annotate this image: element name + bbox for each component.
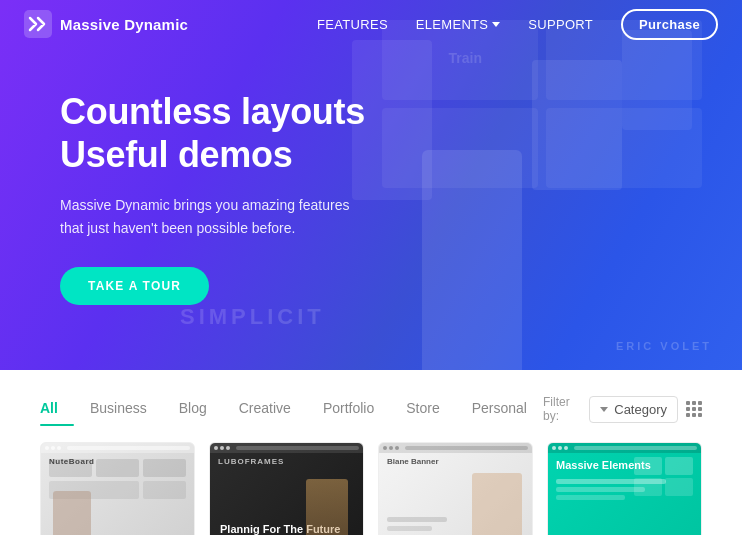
grid-view-icon[interactable]: [686, 401, 702, 417]
take-tour-button[interactable]: TAKE A TOUR: [60, 267, 209, 305]
navbar: Massive Dynamic FEATURES ELEMENTS SUPPOR…: [0, 0, 742, 48]
demo-card-3[interactable]: Blane Banner: [378, 442, 533, 535]
hero-content: Countless layouts Useful demos Massive D…: [60, 90, 365, 305]
category-label: Category: [614, 402, 667, 417]
demo-card-4[interactable]: Massive Elements: [547, 442, 702, 535]
tab-blog[interactable]: Blog: [163, 392, 223, 426]
elements-dropdown-arrow: [492, 22, 500, 27]
demo-card-2[interactable]: LUBOFRAMES Plannig For The Future: [209, 442, 364, 535]
demo-cards-section: NuteBoard LUBOFRAMES Plannig For The Fut…: [0, 426, 742, 535]
tab-business[interactable]: Business: [74, 392, 163, 426]
card-chrome-4: [548, 443, 701, 453]
card1-person-figure: [53, 491, 91, 535]
tab-store[interactable]: Store: [390, 392, 455, 426]
tab-portfolio[interactable]: Portfolio: [307, 392, 390, 426]
tab-personal[interactable]: Personal: [456, 392, 543, 426]
card2-brand: LUBOFRAMES: [218, 457, 284, 466]
card-chrome-2: [210, 443, 363, 453]
card3-lines: [387, 517, 447, 531]
tab-all[interactable]: All: [40, 392, 74, 426]
tab-creative[interactable]: Creative: [223, 392, 307, 426]
purchase-button[interactable]: Purchase: [621, 9, 718, 40]
card-chrome-1: [41, 443, 194, 453]
category-dropdown[interactable]: Category: [589, 396, 678, 423]
filter-tabs: All Business Blog Creative Portfolio Sto…: [40, 392, 702, 426]
filter-section: All Business Blog Creative Portfolio Sto…: [0, 370, 742, 426]
card4-grid: [634, 457, 693, 496]
brand-name: Massive Dynamic: [60, 16, 188, 33]
svg-rect-0: [24, 10, 52, 38]
background-person: [422, 150, 522, 370]
watermark-train: Train: [449, 50, 482, 66]
filter-right: Filter by: Category: [543, 395, 702, 423]
nav-links: FEATURES ELEMENTS SUPPORT Purchase: [317, 9, 718, 40]
nav-features[interactable]: FEATURES: [317, 17, 388, 32]
hero-section: SIMPLICIT ERIC VOLET Train Massive Dynam…: [0, 0, 742, 370]
logo-area[interactable]: Massive Dynamic: [24, 10, 188, 38]
card3-label: Blane Banner: [387, 457, 439, 466]
card2-person: [306, 479, 348, 535]
filter-by-label: Filter by:: [543, 395, 581, 423]
card-chrome-3: [379, 443, 532, 453]
logo-icon: [24, 10, 52, 38]
card1-label: NuteBoard: [49, 457, 94, 466]
demo-card-1[interactable]: NuteBoard: [40, 442, 195, 535]
dropdown-arrow: [600, 407, 608, 412]
nav-support[interactable]: SUPPORT: [528, 17, 593, 32]
background-card-far-right: [532, 60, 622, 190]
hero-subtitle: Massive Dynamic brings you amazing featu…: [60, 194, 360, 239]
watermark: SIMPLICIT: [180, 304, 325, 330]
nav-elements[interactable]: ELEMENTS: [416, 17, 500, 32]
watermark-2: ERIC VOLET: [616, 340, 712, 352]
hero-title: Countless layouts Useful demos: [60, 90, 365, 176]
card3-person: [472, 473, 522, 535]
